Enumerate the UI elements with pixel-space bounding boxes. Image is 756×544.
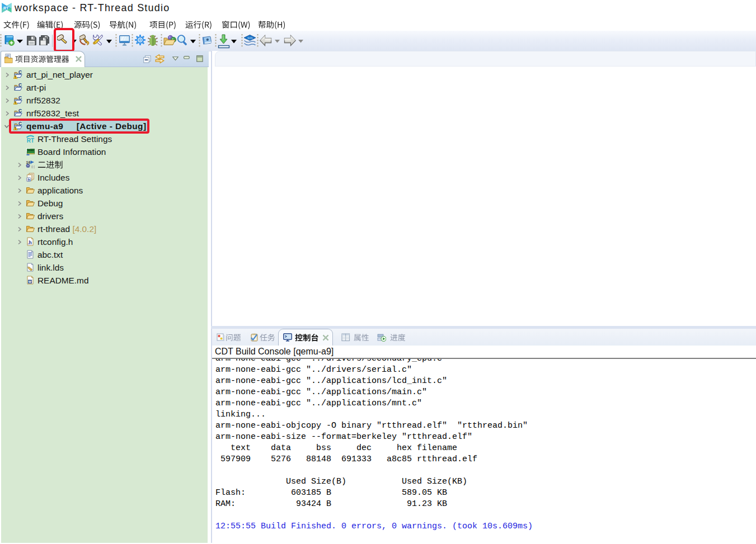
svg-text:SVN: SVN — [247, 37, 252, 40]
svg-text:h: h — [27, 177, 30, 182]
svg-text:01: 01 — [31, 165, 35, 169]
svg-text:RT: RT — [3, 6, 9, 10]
svg-text:.h: .h — [27, 240, 32, 245]
svg-text:C: C — [18, 70, 22, 75]
svg-text:C: C — [18, 83, 22, 88]
svg-text:C: C — [18, 108, 22, 113]
svg-text:RT: RT — [27, 138, 34, 143]
svg-text:w: w — [28, 280, 32, 283]
svg-text:C: C — [18, 96, 22, 101]
